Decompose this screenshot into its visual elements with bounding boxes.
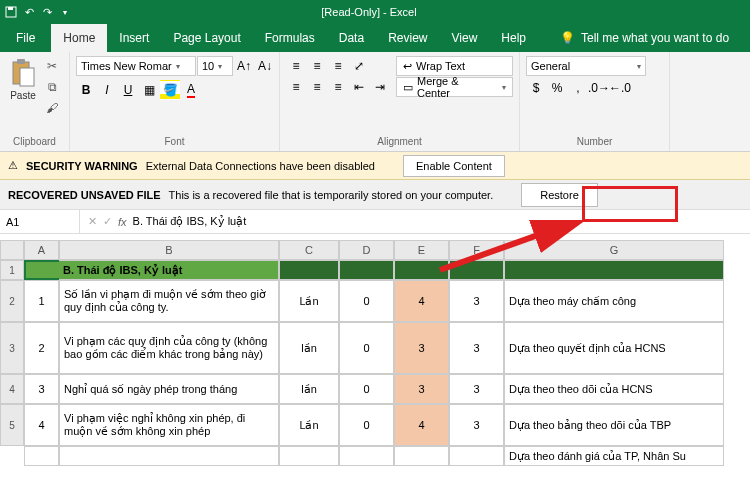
align-center-icon[interactable]: ≡ — [307, 77, 327, 97]
italic-button[interactable]: I — [97, 80, 117, 100]
format-painter-icon[interactable]: 🖌 — [42, 98, 62, 118]
select-all-corner[interactable] — [0, 240, 24, 260]
cell[interactable]: Dựa theo đánh giá của TP, Nhân Su — [504, 446, 724, 466]
restore-button[interactable]: Restore — [521, 183, 598, 207]
cell[interactable]: Số lần vi phạm đi muộn về sớm theo giờ q… — [59, 280, 279, 322]
cancel-formula-icon[interactable]: ✕ — [88, 215, 97, 228]
tab-formulas[interactable]: Formulas — [253, 24, 327, 52]
row-header[interactable]: 3 — [0, 322, 24, 374]
fill-color-icon[interactable]: 🪣 — [160, 80, 180, 100]
cell[interactable] — [339, 446, 394, 466]
cell[interactable]: 4 — [24, 404, 59, 446]
tab-view[interactable]: View — [440, 24, 490, 52]
tell-me[interactable]: 💡Tell me what you want to do — [548, 24, 741, 52]
cell[interactable]: 4 — [394, 404, 449, 446]
tab-insert[interactable]: Insert — [107, 24, 161, 52]
cell[interactable]: 3 — [449, 404, 504, 446]
cell[interactable]: 3 — [449, 322, 504, 374]
col-header[interactable]: A — [24, 240, 59, 260]
redo-icon[interactable]: ↷ — [40, 5, 54, 19]
undo-icon[interactable]: ↶ — [22, 5, 36, 19]
cell[interactable] — [504, 260, 724, 280]
cell[interactable] — [24, 260, 59, 280]
cell[interactable]: 4 — [394, 280, 449, 322]
border-icon[interactable]: ▦ — [139, 80, 159, 100]
col-header[interactable]: E — [394, 240, 449, 260]
decrease-font-icon[interactable]: A↓ — [255, 56, 275, 76]
cell[interactable] — [279, 446, 339, 466]
name-box[interactable]: A1 — [0, 210, 80, 233]
formula-bar[interactable]: B. Thái độ IBS, Kỷ luật — [133, 215, 247, 228]
font-color-icon[interactable]: A — [181, 80, 201, 100]
cell[interactable] — [59, 446, 279, 466]
cell[interactable]: Dựa theo quyết định của HCNS — [504, 322, 724, 374]
row-header[interactable]: 1 — [0, 260, 24, 280]
fx-icon[interactable]: fx — [118, 216, 127, 228]
cell[interactable]: 3 — [394, 374, 449, 404]
col-header[interactable]: D — [339, 240, 394, 260]
enable-content-button[interactable]: Enable Content — [403, 155, 505, 177]
currency-icon[interactable]: $ — [526, 78, 546, 98]
tab-pagelayout[interactable]: Page Layout — [161, 24, 252, 52]
cell[interactable]: 0 — [339, 322, 394, 374]
increase-indent-icon[interactable]: ⇥ — [370, 77, 390, 97]
cell[interactable]: lần — [279, 322, 339, 374]
align-left-icon[interactable]: ≡ — [286, 77, 306, 97]
save-icon[interactable] — [4, 5, 18, 19]
underline-button[interactable]: U — [118, 80, 138, 100]
font-name-combo[interactable]: Times New Romar▾ — [76, 56, 196, 76]
align-top-icon[interactable]: ≡ — [286, 56, 306, 76]
tab-help[interactable]: Help — [489, 24, 538, 52]
paste-button[interactable]: Paste — [6, 56, 40, 103]
col-header[interactable]: F — [449, 240, 504, 260]
cell[interactable] — [449, 446, 504, 466]
cell[interactable]: Lần — [279, 280, 339, 322]
font-size-combo[interactable]: 10▾ — [197, 56, 233, 76]
cell[interactable]: 0 — [339, 280, 394, 322]
orientation-icon[interactable]: ⤢ — [349, 56, 369, 76]
cell[interactable]: 2 — [24, 322, 59, 374]
col-header[interactable]: G — [504, 240, 724, 260]
cell[interactable]: 3 — [449, 374, 504, 404]
qat-dropdown-icon[interactable]: ▾ — [58, 5, 72, 19]
percent-icon[interactable]: % — [547, 78, 567, 98]
cell[interactable]: 1 — [24, 280, 59, 322]
cell[interactable]: Dựa theo máy chấm công — [504, 280, 724, 322]
wrap-text-button[interactable]: ↩Wrap Text — [396, 56, 513, 76]
cell[interactable] — [394, 260, 449, 280]
cell[interactable]: 3 — [24, 374, 59, 404]
align-right-icon[interactable]: ≡ — [328, 77, 348, 97]
cell[interactable]: Dựa theo bảng theo dõi của TBP — [504, 404, 724, 446]
cell[interactable]: Vi phạm các quy định của công ty (không … — [59, 322, 279, 374]
tab-review[interactable]: Review — [376, 24, 439, 52]
cell[interactable]: 3 — [394, 322, 449, 374]
cell[interactable]: 3 — [449, 280, 504, 322]
copy-icon[interactable]: ⧉ — [42, 77, 62, 97]
cell[interactable]: Vi phạm việc nghỉ không xin phép, đi muộ… — [59, 404, 279, 446]
decrease-decimal-icon[interactable]: ←.0 — [610, 78, 630, 98]
cell[interactable] — [449, 260, 504, 280]
comma-icon[interactable]: , — [568, 78, 588, 98]
cell[interactable]: 0 — [339, 404, 394, 446]
align-middle-icon[interactable]: ≡ — [307, 56, 327, 76]
merge-center-button[interactable]: ▭Merge & Center▾ — [396, 77, 513, 97]
cell[interactable] — [24, 446, 59, 466]
enter-formula-icon[interactable]: ✓ — [103, 215, 112, 228]
row-header[interactable]: 5 — [0, 404, 24, 446]
cell[interactable]: lần — [279, 374, 339, 404]
cut-icon[interactable]: ✂ — [42, 56, 62, 76]
cell[interactable] — [279, 260, 339, 280]
col-header[interactable]: C — [279, 240, 339, 260]
increase-decimal-icon[interactable]: .0→ — [589, 78, 609, 98]
decrease-indent-icon[interactable]: ⇤ — [349, 77, 369, 97]
row-header[interactable]: 2 — [0, 280, 24, 322]
col-header[interactable]: B — [59, 240, 279, 260]
bold-button[interactable]: B — [76, 80, 96, 100]
number-format-combo[interactable]: General▾ — [526, 56, 646, 76]
cell[interactable]: 0 — [339, 374, 394, 404]
tab-file[interactable]: File — [0, 24, 51, 52]
tab-data[interactable]: Data — [327, 24, 376, 52]
increase-font-icon[interactable]: A↑ — [234, 56, 254, 76]
align-bottom-icon[interactable]: ≡ — [328, 56, 348, 76]
cell[interactable]: Dựa theo theo dõi của HCNS — [504, 374, 724, 404]
